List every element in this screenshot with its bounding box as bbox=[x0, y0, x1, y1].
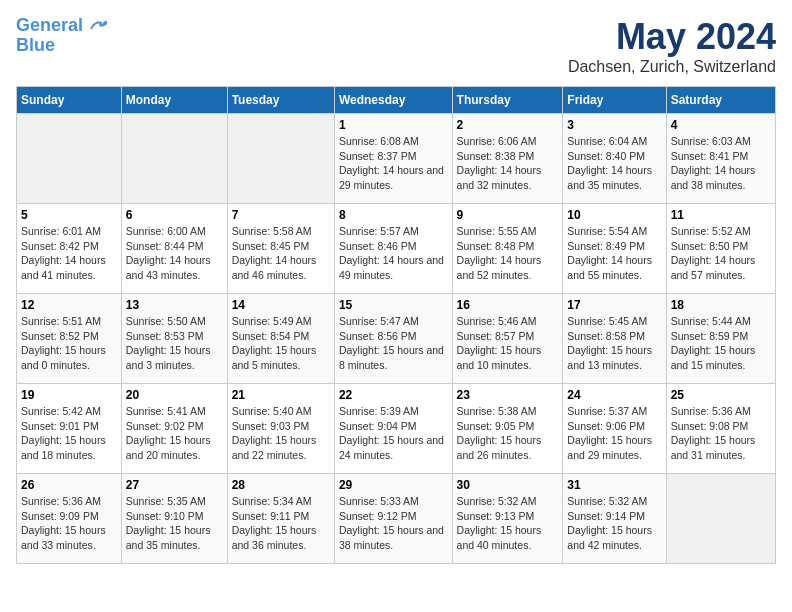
day-number: 29 bbox=[339, 478, 448, 492]
day-number: 18 bbox=[671, 298, 771, 312]
week-row-4: 19Sunrise: 5:42 AMSunset: 9:01 PMDayligh… bbox=[17, 384, 776, 474]
calendar-cell: 20Sunrise: 5:41 AMSunset: 9:02 PMDayligh… bbox=[121, 384, 227, 474]
logo: General Blue bbox=[16, 16, 107, 56]
day-info: Sunrise: 6:03 AMSunset: 8:41 PMDaylight:… bbox=[671, 135, 756, 191]
week-row-3: 12Sunrise: 5:51 AMSunset: 8:52 PMDayligh… bbox=[17, 294, 776, 384]
title-block: May 2024 Dachsen, Zurich, Switzerland bbox=[568, 16, 776, 76]
day-number: 23 bbox=[457, 388, 559, 402]
day-number: 10 bbox=[567, 208, 661, 222]
calendar-cell: 15Sunrise: 5:47 AMSunset: 8:56 PMDayligh… bbox=[334, 294, 452, 384]
day-info: Sunrise: 5:54 AMSunset: 8:49 PMDaylight:… bbox=[567, 225, 652, 281]
day-info: Sunrise: 5:51 AMSunset: 8:52 PMDaylight:… bbox=[21, 315, 106, 371]
day-info: Sunrise: 5:49 AMSunset: 8:54 PMDaylight:… bbox=[232, 315, 317, 371]
calendar-cell: 17Sunrise: 5:45 AMSunset: 8:58 PMDayligh… bbox=[563, 294, 666, 384]
day-info: Sunrise: 5:44 AMSunset: 8:59 PMDaylight:… bbox=[671, 315, 756, 371]
calendar-cell: 29Sunrise: 5:33 AMSunset: 9:12 PMDayligh… bbox=[334, 474, 452, 564]
calendar-cell bbox=[121, 114, 227, 204]
day-info: Sunrise: 5:52 AMSunset: 8:50 PMDaylight:… bbox=[671, 225, 756, 281]
day-number: 26 bbox=[21, 478, 117, 492]
day-number: 19 bbox=[21, 388, 117, 402]
calendar-cell: 13Sunrise: 5:50 AMSunset: 8:53 PMDayligh… bbox=[121, 294, 227, 384]
calendar-cell: 3Sunrise: 6:04 AMSunset: 8:40 PMDaylight… bbox=[563, 114, 666, 204]
calendar-cell: 6Sunrise: 6:00 AMSunset: 8:44 PMDaylight… bbox=[121, 204, 227, 294]
day-info: Sunrise: 5:58 AMSunset: 8:45 PMDaylight:… bbox=[232, 225, 317, 281]
day-number: 20 bbox=[126, 388, 223, 402]
calendar-cell: 5Sunrise: 6:01 AMSunset: 8:42 PMDaylight… bbox=[17, 204, 122, 294]
day-info: Sunrise: 5:50 AMSunset: 8:53 PMDaylight:… bbox=[126, 315, 211, 371]
calendar-title: May 2024 bbox=[568, 16, 776, 58]
calendar-subtitle: Dachsen, Zurich, Switzerland bbox=[568, 58, 776, 76]
day-info: Sunrise: 5:42 AMSunset: 9:01 PMDaylight:… bbox=[21, 405, 106, 461]
day-info: Sunrise: 5:38 AMSunset: 9:05 PMDaylight:… bbox=[457, 405, 542, 461]
calendar-cell: 10Sunrise: 5:54 AMSunset: 8:49 PMDayligh… bbox=[563, 204, 666, 294]
day-info: Sunrise: 6:08 AMSunset: 8:37 PMDaylight:… bbox=[339, 135, 444, 191]
day-number: 28 bbox=[232, 478, 330, 492]
day-number: 8 bbox=[339, 208, 448, 222]
week-row-5: 26Sunrise: 5:36 AMSunset: 9:09 PMDayligh… bbox=[17, 474, 776, 564]
calendar-cell: 8Sunrise: 5:57 AMSunset: 8:46 PMDaylight… bbox=[334, 204, 452, 294]
day-number: 14 bbox=[232, 298, 330, 312]
day-info: Sunrise: 5:45 AMSunset: 8:58 PMDaylight:… bbox=[567, 315, 652, 371]
header-friday: Friday bbox=[563, 87, 666, 114]
header-thursday: Thursday bbox=[452, 87, 563, 114]
day-info: Sunrise: 5:33 AMSunset: 9:12 PMDaylight:… bbox=[339, 495, 444, 551]
day-number: 25 bbox=[671, 388, 771, 402]
calendar-cell: 14Sunrise: 5:49 AMSunset: 8:54 PMDayligh… bbox=[227, 294, 334, 384]
calendar-cell: 26Sunrise: 5:36 AMSunset: 9:09 PMDayligh… bbox=[17, 474, 122, 564]
calendar-cell: 24Sunrise: 5:37 AMSunset: 9:06 PMDayligh… bbox=[563, 384, 666, 474]
day-info: Sunrise: 5:57 AMSunset: 8:46 PMDaylight:… bbox=[339, 225, 444, 281]
day-info: Sunrise: 5:40 AMSunset: 9:03 PMDaylight:… bbox=[232, 405, 317, 461]
calendar-cell: 9Sunrise: 5:55 AMSunset: 8:48 PMDaylight… bbox=[452, 204, 563, 294]
logo-bird-icon bbox=[89, 19, 107, 33]
calendar-cell: 25Sunrise: 5:36 AMSunset: 9:08 PMDayligh… bbox=[666, 384, 775, 474]
calendar-header-row: SundayMondayTuesdayWednesdayThursdayFrid… bbox=[17, 87, 776, 114]
day-number: 31 bbox=[567, 478, 661, 492]
calendar-cell: 31Sunrise: 5:32 AMSunset: 9:14 PMDayligh… bbox=[563, 474, 666, 564]
calendar-cell: 30Sunrise: 5:32 AMSunset: 9:13 PMDayligh… bbox=[452, 474, 563, 564]
week-row-1: 1Sunrise: 6:08 AMSunset: 8:37 PMDaylight… bbox=[17, 114, 776, 204]
calendar-cell: 18Sunrise: 5:44 AMSunset: 8:59 PMDayligh… bbox=[666, 294, 775, 384]
day-info: Sunrise: 5:41 AMSunset: 9:02 PMDaylight:… bbox=[126, 405, 211, 461]
calendar-cell: 2Sunrise: 6:06 AMSunset: 8:38 PMDaylight… bbox=[452, 114, 563, 204]
calendar-cell: 27Sunrise: 5:35 AMSunset: 9:10 PMDayligh… bbox=[121, 474, 227, 564]
day-number: 5 bbox=[21, 208, 117, 222]
day-info: Sunrise: 5:36 AMSunset: 9:08 PMDaylight:… bbox=[671, 405, 756, 461]
calendar-cell: 21Sunrise: 5:40 AMSunset: 9:03 PMDayligh… bbox=[227, 384, 334, 474]
day-info: Sunrise: 5:32 AMSunset: 9:13 PMDaylight:… bbox=[457, 495, 542, 551]
day-number: 22 bbox=[339, 388, 448, 402]
logo-line2: Blue bbox=[16, 36, 55, 56]
day-info: Sunrise: 6:06 AMSunset: 8:38 PMDaylight:… bbox=[457, 135, 542, 191]
week-row-2: 5Sunrise: 6:01 AMSunset: 8:42 PMDaylight… bbox=[17, 204, 776, 294]
day-number: 15 bbox=[339, 298, 448, 312]
calendar-cell bbox=[227, 114, 334, 204]
header-tuesday: Tuesday bbox=[227, 87, 334, 114]
calendar-cell: 19Sunrise: 5:42 AMSunset: 9:01 PMDayligh… bbox=[17, 384, 122, 474]
calendar-table: SundayMondayTuesdayWednesdayThursdayFrid… bbox=[16, 86, 776, 564]
day-number: 27 bbox=[126, 478, 223, 492]
day-number: 2 bbox=[457, 118, 559, 132]
calendar-cell: 28Sunrise: 5:34 AMSunset: 9:11 PMDayligh… bbox=[227, 474, 334, 564]
header-sunday: Sunday bbox=[17, 87, 122, 114]
calendar-cell bbox=[17, 114, 122, 204]
calendar-cell: 7Sunrise: 5:58 AMSunset: 8:45 PMDaylight… bbox=[227, 204, 334, 294]
day-info: Sunrise: 6:00 AMSunset: 8:44 PMDaylight:… bbox=[126, 225, 211, 281]
calendar-cell: 22Sunrise: 5:39 AMSunset: 9:04 PMDayligh… bbox=[334, 384, 452, 474]
header-saturday: Saturday bbox=[666, 87, 775, 114]
day-info: Sunrise: 6:04 AMSunset: 8:40 PMDaylight:… bbox=[567, 135, 652, 191]
day-info: Sunrise: 5:46 AMSunset: 8:57 PMDaylight:… bbox=[457, 315, 542, 371]
day-number: 12 bbox=[21, 298, 117, 312]
calendar-cell: 11Sunrise: 5:52 AMSunset: 8:50 PMDayligh… bbox=[666, 204, 775, 294]
day-number: 24 bbox=[567, 388, 661, 402]
day-number: 9 bbox=[457, 208, 559, 222]
page-header: General Blue May 2024 Dachsen, Zurich, S… bbox=[16, 16, 776, 76]
day-info: Sunrise: 5:37 AMSunset: 9:06 PMDaylight:… bbox=[567, 405, 652, 461]
day-number: 3 bbox=[567, 118, 661, 132]
header-wednesday: Wednesday bbox=[334, 87, 452, 114]
day-info: Sunrise: 5:39 AMSunset: 9:04 PMDaylight:… bbox=[339, 405, 444, 461]
day-number: 11 bbox=[671, 208, 771, 222]
day-info: Sunrise: 5:47 AMSunset: 8:56 PMDaylight:… bbox=[339, 315, 444, 371]
day-info: Sunrise: 5:36 AMSunset: 9:09 PMDaylight:… bbox=[21, 495, 106, 551]
calendar-cell: 12Sunrise: 5:51 AMSunset: 8:52 PMDayligh… bbox=[17, 294, 122, 384]
day-info: Sunrise: 5:35 AMSunset: 9:10 PMDaylight:… bbox=[126, 495, 211, 551]
day-number: 4 bbox=[671, 118, 771, 132]
